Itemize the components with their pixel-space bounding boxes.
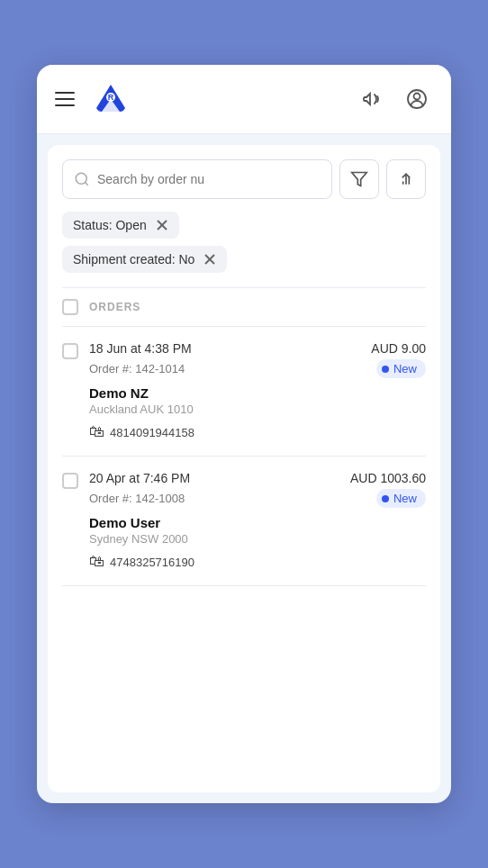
svg-line-5 <box>85 182 87 185</box>
badge-dot-2 <box>382 495 389 502</box>
search-row <box>62 159 426 199</box>
order-date-1: 18 Jun at 4:38 PM <box>89 341 192 356</box>
svg-point-3 <box>414 94 420 100</box>
order-row2-1: Order #: 142-1014 New <box>89 359 426 378</box>
shopify-bag-icon-1: 🛍 <box>89 423 104 441</box>
main-content: Status: Open Shipment created: No <box>48 145 440 792</box>
customer-name-2: Demo User <box>89 515 426 530</box>
sort-icon <box>397 170 415 188</box>
order-number-2: Order #: 142-1008 <box>89 492 185 505</box>
search-input[interactable] <box>97 172 321 186</box>
order-content-2: 20 Apr at 7:46 PM AUD 1003.60 Order #: 1… <box>89 471 426 571</box>
order-number-1: Order #: 142-1014 <box>89 362 185 375</box>
customer-address-1: Auckland AUK 1010 <box>89 402 426 416</box>
search-icon <box>74 171 90 187</box>
svg-marker-6 <box>352 173 367 186</box>
customer-name-1: Demo NZ <box>89 385 426 401</box>
badge-label-2: New <box>393 492 417 505</box>
table-row: 18 Jun at 4:38 PM AUD 9.00 Order #: 142-… <box>62 327 426 457</box>
table-row: 20 Apr at 7:46 PM AUD 1003.60 Order #: 1… <box>62 457 426 586</box>
orders-header: ORDERS <box>62 287 426 327</box>
filter-tags: Status: Open Shipment created: No <box>62 212 426 273</box>
svg-text:R: R <box>108 93 114 102</box>
status-badge-2: New <box>376 489 426 508</box>
filter-tag-shipment: Shipment created: No <box>62 246 227 273</box>
shopify-id-row-1: 🛍 4814091944158 <box>89 423 426 441</box>
order-checkbox-2[interactable] <box>62 471 78 571</box>
order-checkbox-1[interactable] <box>62 341 78 441</box>
order-row1-2: 20 Apr at 7:46 PM AUD 1003.60 <box>89 471 426 485</box>
shopify-id-row-2: 🛍 4748325716190 <box>89 553 426 571</box>
customer-address-2: Sydney NSW 2000 <box>89 532 426 546</box>
header: R <box>37 65 451 134</box>
shopify-id-1: 4814091944158 <box>110 426 194 439</box>
shopify-bag-icon-2: 🛍 <box>89 553 104 571</box>
order-content-1: 18 Jun at 4:38 PM AUD 9.00 Order #: 142-… <box>89 341 426 441</box>
filter-tag-shipment-close[interactable] <box>203 253 216 266</box>
svg-point-4 <box>76 173 86 184</box>
shopify-id-2: 4748325716190 <box>110 556 194 569</box>
select-all-checkbox[interactable] <box>62 299 78 315</box>
badge-label-1: New <box>393 362 417 375</box>
orders-column-label: ORDERS <box>89 301 140 313</box>
filter-tag-status: Status: Open <box>62 212 179 239</box>
filter-button[interactable] <box>339 159 379 199</box>
app-logo: R <box>91 79 131 119</box>
notifications-button[interactable] <box>356 83 388 115</box>
status-badge-1: New <box>376 359 426 378</box>
filter-icon <box>350 170 368 188</box>
profile-button[interactable] <box>401 83 433 115</box>
sort-button[interactable] <box>386 159 426 199</box>
search-input-wrap[interactable] <box>62 159 332 199</box>
filter-tag-status-close[interactable] <box>156 219 168 231</box>
header-right <box>356 83 433 115</box>
order-amount-2: AUD 1003.60 <box>350 471 426 485</box>
phone-frame: R <box>37 65 451 803</box>
order-row1-1: 18 Jun at 4:38 PM AUD 9.00 <box>89 341 426 356</box>
menu-button[interactable] <box>55 92 75 106</box>
filter-tag-status-label: Status: Open <box>73 218 147 232</box>
header-left: R <box>55 79 131 119</box>
filter-tag-shipment-label: Shipment created: No <box>73 252 194 267</box>
order-row2-2: Order #: 142-1008 New <box>89 489 426 508</box>
badge-dot-1 <box>382 366 389 373</box>
order-amount-1: AUD 9.00 <box>371 341 426 356</box>
order-date-2: 20 Apr at 7:46 PM <box>89 471 190 485</box>
